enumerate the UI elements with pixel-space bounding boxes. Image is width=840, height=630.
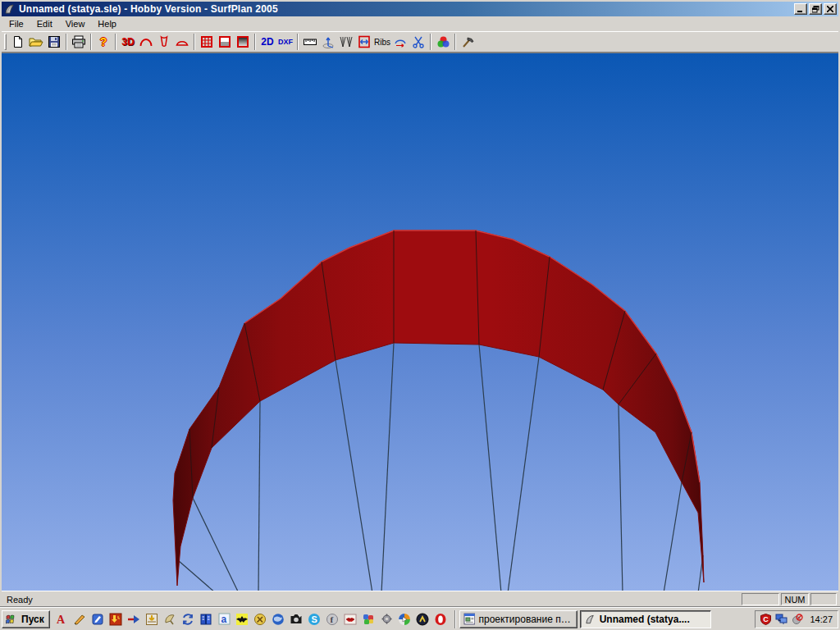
network-status-icon[interactable] (775, 613, 788, 625)
ribs-button[interactable]: Ribs (373, 33, 391, 51)
menu-bar: File Edit View Help (2, 16, 838, 31)
grid-button[interactable] (198, 33, 216, 51)
satellite-dish-icon[interactable] (163, 612, 177, 626)
task-button-surfplan[interactable]: Unnamed (statya.... (580, 610, 711, 628)
half-fill-button[interactable] (216, 33, 234, 51)
windows-flag-icon (6, 614, 19, 625)
cut-scissors-button[interactable] (409, 33, 427, 51)
svg-text:f: f (331, 614, 334, 624)
toolbar-separator (297, 34, 299, 50)
toolbar-separator (90, 34, 92, 50)
document-task-icon (463, 613, 476, 625)
download-master-icon[interactable] (109, 612, 123, 626)
close-button[interactable] (824, 3, 837, 15)
arc-view-button[interactable] (137, 33, 155, 51)
letter-a-app-icon[interactable]: a (217, 612, 231, 626)
open-file-button[interactable] (27, 33, 45, 51)
colors-button[interactable] (434, 33, 452, 51)
toolbar-separator (194, 34, 195, 50)
system-tray: C 14:27 (755, 610, 838, 628)
utility-tools-icon[interactable] (253, 612, 267, 626)
menu-file[interactable]: File (2, 17, 30, 30)
volume-muted-icon[interactable] (791, 613, 803, 625)
view-2d-button[interactable]: 2D (258, 33, 276, 51)
toolbar-separator (66, 34, 67, 50)
photo-collection-icon[interactable] (362, 612, 376, 626)
google-earth-icon[interactable] (272, 612, 285, 626)
capture-camera-icon[interactable] (290, 612, 304, 626)
surfplan-app-icon (3, 3, 16, 15)
surfplan-window: Unnamed (statya.sle) - Hobby Version - S… (0, 0, 840, 607)
new-file-button[interactable] (9, 33, 27, 51)
pen-tool-icon[interactable] (73, 612, 87, 626)
task-button-label: проектирование па... (478, 614, 573, 625)
kite-3d-scene (2, 53, 838, 591)
tools-hammer-button[interactable] (459, 33, 477, 51)
status-cell-empty-1 (742, 593, 779, 605)
window-title: Unnamed (statya.sle) - Hobby Version - S… (19, 3, 794, 15)
menu-edit[interactable]: Edit (30, 17, 59, 30)
gradient-fill-button[interactable] (234, 33, 252, 51)
export-dxf-button[interactable]: DXF (276, 33, 294, 51)
start-button[interactable]: Пуск (2, 610, 50, 628)
toolbar-separator (454, 34, 456, 50)
skype-icon[interactable]: S (308, 612, 322, 626)
media-player-icon[interactable] (398, 612, 412, 626)
svg-text:S: S (312, 614, 317, 624)
svg-text:C: C (764, 615, 769, 623)
print-button[interactable] (70, 33, 88, 51)
save-button[interactable] (45, 33, 63, 51)
f-coin-icon[interactable]: f (326, 612, 340, 626)
menu-view[interactable]: View (59, 17, 92, 30)
surfplan-task-icon (584, 614, 596, 625)
windows-taskbar: Пуск A a S f проектирование па... Unname… (0, 607, 840, 630)
status-bar: Ready NUM (2, 591, 838, 607)
panel-gore-button[interactable] (155, 33, 173, 51)
status-message: Ready (3, 595, 740, 605)
toolbar: ? 3D 2D DXF Ribs (2, 31, 838, 52)
task-button-label: Unnamed (statya.... (600, 614, 690, 625)
notes-editor-icon[interactable] (91, 612, 105, 626)
lips-media-icon[interactable] (344, 612, 358, 626)
task-button-document[interactable]: проектирование па... (459, 610, 578, 628)
restore-button[interactable] (809, 3, 822, 15)
status-cell-empty-2 (810, 593, 837, 605)
span-width-button[interactable] (355, 33, 373, 51)
taskbar-divider (454, 610, 456, 628)
inbox-download-icon[interactable] (145, 612, 159, 626)
dome-view-button[interactable] (173, 33, 191, 51)
flashget-icon[interactable] (127, 612, 141, 626)
status-cell-num: NUM (781, 593, 809, 605)
bridle-lines-button[interactable] (337, 33, 355, 51)
toolbar-separator (430, 34, 431, 50)
sync-arrows-icon[interactable] (181, 612, 195, 626)
antivirus-shield-icon[interactable]: C (760, 613, 772, 625)
axes-3d-button[interactable] (319, 33, 337, 51)
ruler-button[interactable] (301, 33, 319, 51)
menu-help[interactable]: Help (91, 17, 123, 30)
tray-clock[interactable]: 14:27 (806, 614, 833, 624)
gear-icon[interactable] (380, 612, 394, 626)
aimp-player-icon[interactable] (416, 612, 430, 626)
toolbar-separator (254, 34, 256, 50)
opera-icon[interactable] (434, 612, 448, 626)
toolbar-separator (115, 34, 116, 50)
design-viewport-3d[interactable] (2, 52, 838, 591)
address-book-icon[interactable] (199, 612, 213, 626)
acdsee-icon[interactable]: A (55, 612, 69, 626)
rotate-arc-button[interactable] (391, 33, 409, 51)
svg-text:a: a (221, 614, 226, 625)
start-button-label: Пуск (21, 614, 44, 625)
help-button[interactable]: ? (94, 33, 112, 51)
view-3d-button[interactable]: 3D (119, 33, 137, 51)
quick-launch-bar: A a S f (55, 612, 448, 626)
toolbar-gripper[interactable] (4, 34, 7, 50)
minimize-button[interactable] (794, 3, 807, 15)
svg-text:A: A (57, 614, 66, 625)
title-bar: Unnamed (statya.sle) - Hobby Version - S… (2, 2, 838, 16)
the-bat-icon[interactable] (235, 612, 249, 626)
